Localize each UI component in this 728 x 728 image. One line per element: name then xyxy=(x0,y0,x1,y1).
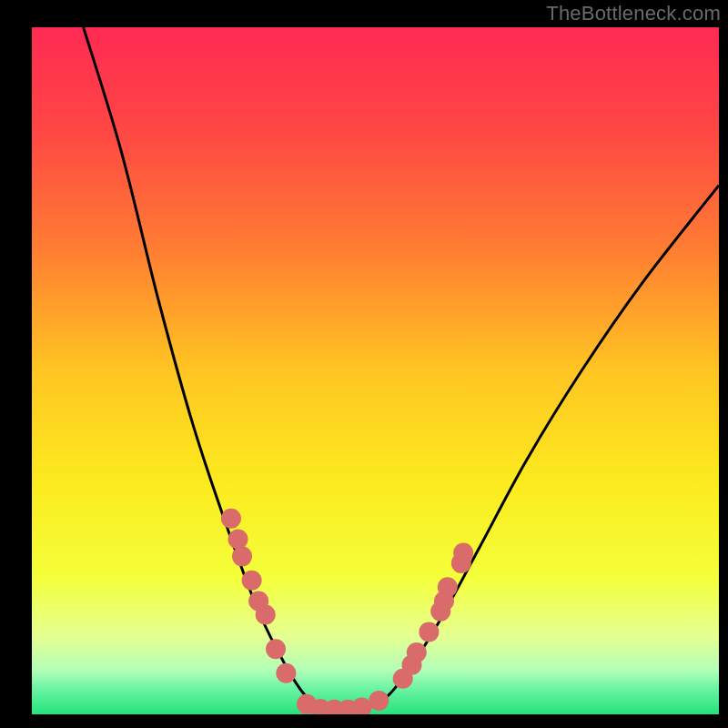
watermark-text: TheBottleneck.com xyxy=(546,2,721,25)
highlight-dot xyxy=(242,571,262,591)
highlight-dot xyxy=(453,543,473,563)
highlight-dot xyxy=(407,642,427,662)
highlight-dot xyxy=(228,529,248,549)
bottleneck-chart xyxy=(0,0,728,728)
highlight-dot xyxy=(266,639,286,659)
highlight-dot xyxy=(438,577,458,597)
highlight-dot xyxy=(256,605,276,625)
chart-frame: { "watermark": "TheBottleneck.com", "col… xyxy=(0,0,728,728)
highlight-dot xyxy=(419,622,439,642)
highlight-dot xyxy=(276,663,296,683)
highlight-dot xyxy=(221,509,241,529)
highlight-dot xyxy=(369,691,389,711)
highlight-dot xyxy=(351,697,371,717)
plot-background-gradient xyxy=(32,27,719,714)
highlight-dot xyxy=(232,546,252,566)
